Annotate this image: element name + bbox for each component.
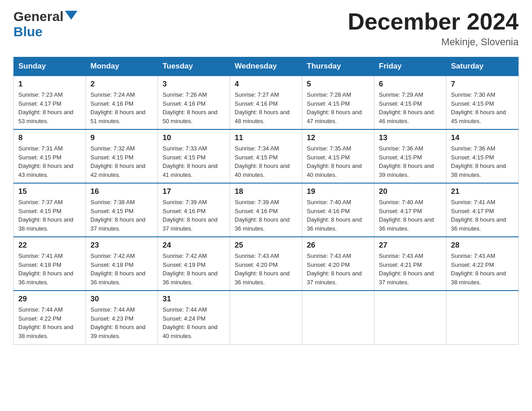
day-number: 29 [18,295,81,304]
day-info: Sunrise: 7:43 AM Sunset: 4:20 PM Dayligh… [235,252,297,287]
day-number: 20 [379,187,442,196]
calendar-day-cell [374,291,446,344]
day-number: 21 [451,187,514,196]
day-info: Sunrise: 7:33 AM Sunset: 4:15 PM Dayligh… [163,144,225,179]
calendar-day-cell: 6 Sunrise: 7:29 AM Sunset: 4:15 PM Dayli… [374,76,446,129]
calendar-day-cell: 20 Sunrise: 7:40 AM Sunset: 4:17 PM Dayl… [374,183,446,237]
daylight-label: Daylight: 8 hours and 37 minutes. [379,270,434,286]
daylight-label: Daylight: 8 hours and 36 minutes. [163,270,218,286]
sunrise-label: Sunrise: 7:26 AM [163,91,207,98]
page-header: General Blue December 2024 Mekinje, Slov… [13,9,519,48]
daylight-label: Daylight: 8 hours and 36 minutes. [379,216,434,232]
sunset-label: Sunset: 4:15 PM [451,100,494,107]
day-info: Sunrise: 7:35 AM Sunset: 4:15 PM Dayligh… [307,144,369,179]
daylight-label: Daylight: 8 hours and 39 minutes. [90,324,146,339]
sunrise-label: Sunrise: 7:42 AM [90,253,135,259]
sunset-label: Sunset: 4:15 PM [307,154,350,161]
calendar-day-cell: 19 Sunrise: 7:40 AM Sunset: 4:16 PM Dayl… [302,183,374,237]
day-number: 13 [379,133,442,142]
col-saturday: Saturday [446,57,519,76]
sunrise-label: Sunrise: 7:43 AM [379,253,423,259]
sunrise-label: Sunrise: 7:36 AM [451,145,495,152]
sunrise-label: Sunrise: 7:43 AM [307,253,351,259]
month-title: December 2024 [348,9,519,34]
sunset-label: Sunset: 4:17 PM [451,208,494,214]
sunrise-label: Sunrise: 7:27 AM [235,91,279,98]
day-number: 1 [18,80,81,89]
day-number: 27 [379,241,442,250]
day-number: 14 [451,133,514,142]
day-info: Sunrise: 7:36 AM Sunset: 4:15 PM Dayligh… [379,144,442,179]
daylight-label: Daylight: 8 hours and 42 minutes. [90,163,146,178]
sunset-label: Sunset: 4:18 PM [18,261,61,268]
sunrise-label: Sunrise: 7:36 AM [379,145,423,152]
calendar-day-cell: 4 Sunrise: 7:27 AM Sunset: 4:16 PM Dayli… [230,76,302,129]
sunrise-label: Sunrise: 7:34 AM [235,145,279,152]
day-info: Sunrise: 7:24 AM Sunset: 4:16 PM Dayligh… [90,90,153,125]
calendar-week-row: 8 Sunrise: 7:31 AM Sunset: 4:15 PM Dayli… [14,129,519,183]
col-thursday: Thursday [302,57,374,76]
daylight-label: Daylight: 8 hours and 41 minutes. [163,163,218,178]
daylight-label: Daylight: 8 hours and 53 minutes. [18,109,73,124]
sunset-label: Sunset: 4:15 PM [451,154,494,161]
sunset-label: Sunset: 4:15 PM [307,100,350,107]
logo-blue-text: Blue [13,24,43,39]
calendar-day-cell: 21 Sunrise: 7:41 AM Sunset: 4:17 PM Dayl… [446,183,519,237]
sunrise-label: Sunrise: 7:28 AM [307,91,351,98]
calendar-day-cell: 27 Sunrise: 7:43 AM Sunset: 4:21 PM Dayl… [374,237,446,291]
sunset-label: Sunset: 4:16 PM [235,208,278,214]
day-info: Sunrise: 7:44 AM Sunset: 4:24 PM Dayligh… [163,305,225,340]
day-info: Sunrise: 7:42 AM Sunset: 4:18 PM Dayligh… [90,252,153,287]
day-number: 4 [235,80,297,89]
day-info: Sunrise: 7:29 AM Sunset: 4:15 PM Dayligh… [379,90,442,125]
calendar-day-cell: 9 Sunrise: 7:32 AM Sunset: 4:15 PM Dayli… [86,129,158,183]
daylight-label: Daylight: 8 hours and 47 minutes. [307,109,362,124]
day-info: Sunrise: 7:38 AM Sunset: 4:15 PM Dayligh… [90,198,153,233]
calendar-week-row: 1 Sunrise: 7:23 AM Sunset: 4:17 PM Dayli… [14,76,519,129]
daylight-label: Daylight: 8 hours and 40 minutes. [235,163,290,178]
day-number: 10 [163,133,225,142]
logo: General Blue [13,9,77,39]
sunrise-label: Sunrise: 7:44 AM [163,306,207,313]
calendar-week-row: 15 Sunrise: 7:37 AM Sunset: 4:15 PM Dayl… [14,183,519,237]
day-number: 6 [379,80,442,89]
sunrise-label: Sunrise: 7:23 AM [18,91,63,98]
daylight-label: Daylight: 8 hours and 48 minutes. [235,109,290,124]
sunset-label: Sunset: 4:15 PM [379,154,422,161]
day-info: Sunrise: 7:32 AM Sunset: 4:15 PM Dayligh… [90,144,153,179]
daylight-label: Daylight: 8 hours and 39 minutes. [379,163,434,178]
calendar-day-cell: 12 Sunrise: 7:35 AM Sunset: 4:15 PM Dayl… [302,129,374,183]
sunset-label: Sunset: 4:18 PM [90,261,133,268]
logo-general-text: General [13,9,64,24]
sunrise-label: Sunrise: 7:39 AM [163,199,207,206]
day-number: 7 [451,80,514,89]
calendar-day-cell: 25 Sunrise: 7:43 AM Sunset: 4:20 PM Dayl… [230,237,302,291]
day-info: Sunrise: 7:37 AM Sunset: 4:15 PM Dayligh… [18,198,81,233]
daylight-label: Daylight: 8 hours and 50 minutes. [163,109,218,124]
sunrise-label: Sunrise: 7:40 AM [379,199,423,206]
daylight-label: Daylight: 8 hours and 40 minutes. [163,324,218,339]
calendar-day-cell: 30 Sunrise: 7:44 AM Sunset: 4:23 PM Dayl… [86,291,158,344]
sunrise-label: Sunrise: 7:44 AM [18,306,63,313]
day-number: 23 [90,241,153,250]
title-area: December 2024 Mekinje, Slovenia [348,9,519,48]
sunrise-label: Sunrise: 7:41 AM [451,199,495,206]
sunset-label: Sunset: 4:17 PM [18,100,61,107]
daylight-label: Daylight: 8 hours and 37 minutes. [307,270,362,286]
calendar-day-cell: 29 Sunrise: 7:44 AM Sunset: 4:22 PM Dayl… [14,291,86,344]
daylight-label: Daylight: 8 hours and 36 minutes. [307,216,362,232]
day-number: 11 [235,133,297,142]
sunset-label: Sunset: 4:16 PM [163,100,206,107]
sunset-label: Sunset: 4:16 PM [163,208,206,214]
calendar-day-cell: 5 Sunrise: 7:28 AM Sunset: 4:15 PM Dayli… [302,76,374,129]
calendar-day-cell: 16 Sunrise: 7:38 AM Sunset: 4:15 PM Dayl… [86,183,158,237]
calendar-day-cell [230,291,302,344]
sunset-label: Sunset: 4:15 PM [18,154,61,161]
sunrise-label: Sunrise: 7:38 AM [90,199,135,206]
col-tuesday: Tuesday [158,57,230,76]
sunrise-label: Sunrise: 7:44 AM [90,306,135,313]
day-number: 24 [163,241,225,250]
calendar-day-cell: 26 Sunrise: 7:43 AM Sunset: 4:20 PM Dayl… [302,237,374,291]
sunset-label: Sunset: 4:24 PM [163,315,206,322]
day-info: Sunrise: 7:23 AM Sunset: 4:17 PM Dayligh… [18,90,81,125]
